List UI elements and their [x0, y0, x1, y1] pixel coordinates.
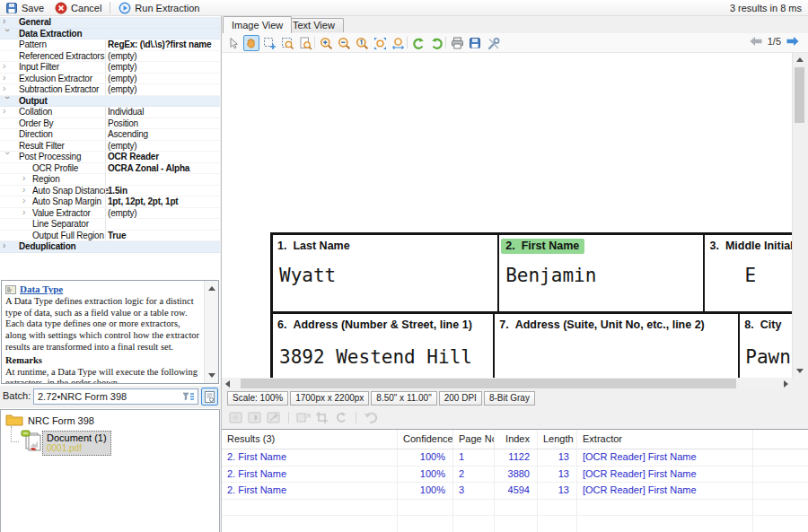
print-button[interactable] [449, 35, 465, 51]
run-extraction-button[interactable]: Run Extraction [113, 0, 205, 15]
property-row-result-filter[interactable]: Result Filter(empty) [0, 141, 220, 153]
results-header-name[interactable]: Results (3) [222, 430, 398, 449]
property-row-pattern[interactable]: PatternRegEx: (\d\.\s)?first name [0, 39, 220, 51]
form-row-1: 1.Last Name Wyatt 2.First Name Benjamin … [270, 232, 792, 311]
results-header-extractor[interactable]: Extractor [577, 430, 753, 449]
save-button[interactable]: Save [0, 0, 49, 15]
property-row-value-extractor[interactable]: Value Extractor(empty) [0, 208, 220, 220]
property-row-input-filter[interactable]: Input Filter(empty) [0, 62, 220, 74]
pan-tool-button-selected[interactable] [243, 35, 259, 51]
zoom-region-tool-button[interactable] [279, 35, 295, 51]
property-row-collation[interactable]: CollationIndividual [0, 107, 220, 118]
property-row-subtraction-extractor[interactable]: Subtraction Extractor(empty) [0, 84, 220, 96]
property-row-post-processing[interactable]: Post ProcessingOCR Reader [0, 152, 220, 163]
vertical-scrollbar-thumb[interactable] [795, 67, 804, 123]
tab-text-view[interactable]: Text View [284, 18, 344, 32]
result-extractor: [OCR Reader] First Name [577, 483, 753, 499]
expand-chevron-icon[interactable] [22, 207, 31, 218]
image-viewport[interactable]: 1.Last Name Wyatt 2.First Name Benjamin … [222, 53, 792, 378]
result-row[interactable]: 2. First Name 100% 1 1122 13 [OCR Reader… [222, 449, 808, 467]
tree-root-folder-item[interactable]: NRC Form 398 [28, 415, 94, 426]
toolbar-separator [314, 37, 315, 48]
data-type-help-link[interactable]: Data Type [20, 283, 63, 295]
zoom-page-tool-button[interactable] [297, 35, 313, 51]
expand-chevron-icon[interactable] [3, 61, 11, 72]
results-header-page-no[interactable]: Page No [453, 430, 495, 449]
property-row-ocr-profile[interactable]: OCR ProfileOCRA Zonal - Alpha [0, 163, 220, 175]
image-viewer-toolbar: 1/5 [222, 33, 808, 53]
expand-chevron-icon[interactable] [22, 185, 31, 196]
property-row-line-separator[interactable]: Line Separator [0, 219, 220, 231]
expand-chevron-icon[interactable] [3, 240, 11, 251]
property-row-auto-snap-margin[interactable]: Auto Snap Margin1pt, 12pt, 2pt, 1pt [0, 196, 220, 208]
collapse-chevron-icon[interactable] [2, 29, 13, 37]
field-number: 6. [277, 318, 286, 331]
property-category-general[interactable]: General [0, 17, 220, 29]
results-header-index[interactable]: Index [495, 430, 538, 449]
resize-icon[interactable] [296, 411, 311, 424]
next-page-button[interactable] [786, 36, 800, 47]
zoom-in-button[interactable] [318, 35, 334, 51]
property-row-region[interactable]: Region [0, 174, 220, 186]
rotate-image-icon[interactable] [334, 411, 348, 424]
crop-icon[interactable] [315, 411, 329, 424]
zoom-width-button[interactable] [390, 35, 406, 51]
rotate-left-button[interactable] [410, 35, 426, 51]
zoom-actual-size-button[interactable] [354, 35, 370, 51]
scroll-up-icon[interactable] [208, 286, 215, 291]
run-extraction-label: Run Extraction [135, 3, 199, 13]
image-tools-button[interactable] [485, 35, 501, 51]
results-header-confidence[interactable]: Confidence [398, 430, 453, 449]
property-row-exclusion-extractor[interactable]: Exclusion Extractor(empty) [0, 74, 220, 85]
vertical-scrollbar[interactable] [792, 53, 806, 378]
zoom-out-button[interactable] [336, 35, 352, 51]
property-category-deduplication[interactable]: Deduplication [0, 241, 220, 253]
pointer-tool-button[interactable] [225, 35, 242, 51]
zoom-fit-button[interactable] [372, 35, 388, 51]
result-row[interactable]: 2. First Name 100% 2 3880 13 [OCR Reader… [222, 467, 808, 484]
scroll-right-icon[interactable] [784, 380, 788, 388]
save-image-button[interactable] [467, 35, 483, 51]
expand-chevron-icon[interactable] [22, 196, 31, 206]
help-panel: Data Type A Data Type defines extraction… [1, 280, 219, 384]
property-category-data-extraction[interactable]: Data Extraction [0, 29, 220, 40]
collapse-chevron-icon[interactable] [2, 96, 13, 104]
expand-chevron-icon[interactable] [3, 83, 11, 94]
filter-dropdown-icon[interactable] [179, 392, 195, 402]
property-category-output[interactable]: Output [0, 96, 220, 108]
result-extractor: [OCR Reader] First Name [577, 449, 753, 466]
scroll-down-icon[interactable] [796, 369, 804, 373]
property-row-direction[interactable]: DirectionAscending [0, 129, 220, 141]
results-header-length[interactable]: Length [538, 430, 577, 449]
property-row-auto-snap-distance[interactable]: Auto Snap Distance1.5in [0, 186, 220, 197]
rotate-right-button[interactable] [428, 35, 444, 51]
expand-chevron-icon[interactable] [3, 106, 11, 117]
image-edit-toolbar-disabled [222, 406, 808, 428]
cleanup-wand-icon[interactable] [267, 411, 281, 424]
contrast-icon[interactable] [248, 411, 262, 424]
horizontal-scrollbar-thumb[interactable] [241, 379, 736, 388]
undo-icon[interactable] [364, 411, 379, 423]
help-scrollbar[interactable] [204, 281, 218, 383]
batch-combobox[interactable]: 2.72•NRC Form 398 [33, 388, 198, 405]
zoom-out-icon [338, 37, 351, 50]
result-row[interactable]: 2. First Name 100% 3 4594 13 [OCR Reader… [222, 483, 808, 500]
property-row-referenced-extractors[interactable]: Referenced Extractors(empty) [0, 51, 220, 63]
expand-chevron-icon[interactable] [3, 16, 11, 27]
expand-chevron-icon[interactable] [3, 73, 11, 83]
tab-image-view[interactable]: Image View [223, 16, 292, 33]
select-region-tool-button[interactable] [261, 35, 277, 51]
tree-document-item-selected[interactable]: Document (1) 0001.pdf [42, 431, 111, 456]
scroll-down-icon[interactable] [208, 373, 215, 378]
previous-page-button[interactable] [749, 36, 763, 47]
cancel-button[interactable]: Cancel [49, 0, 107, 15]
scroll-left-icon[interactable] [225, 380, 230, 388]
batch-viewer-toggle-button[interactable] [201, 388, 218, 406]
property-row-order-by[interactable]: Order ByPosition [0, 118, 220, 130]
brightness-icon[interactable] [229, 411, 243, 424]
scroll-up-icon[interactable] [796, 57, 804, 62]
expand-chevron-icon[interactable] [22, 173, 31, 184]
collapse-chevron-icon[interactable] [2, 152, 13, 160]
property-row-output-full-region[interactable]: Output Full RegionTrue [0, 231, 220, 242]
horizontal-scrollbar[interactable] [222, 378, 792, 389]
